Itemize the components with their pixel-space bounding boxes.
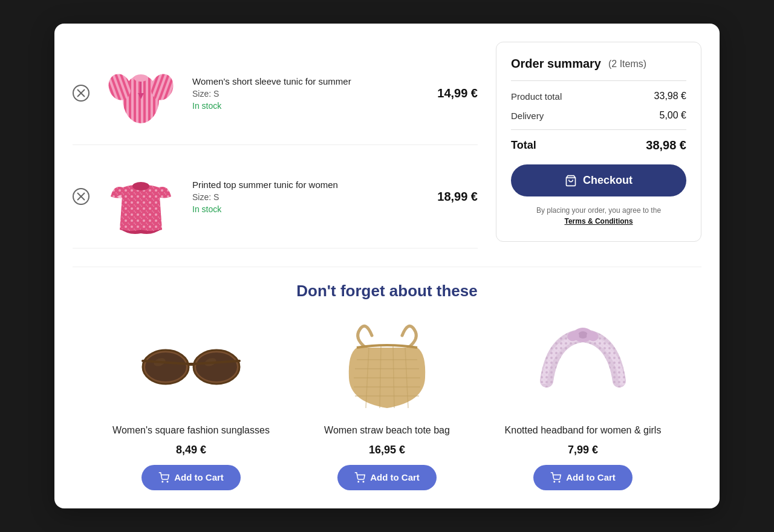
headband-image (528, 317, 637, 414)
delivery-label: Delivery (511, 111, 544, 121)
svg-point-40 (363, 481, 364, 482)
svg-point-49 (554, 481, 555, 482)
rec-headband-price: 7,99 € (568, 444, 598, 456)
product-total-row: Product total 33,98 € (511, 91, 686, 102)
remove-item-1-button[interactable] (73, 85, 89, 102)
item-2-size: Size: S (192, 192, 425, 202)
remove-item-2-button[interactable] (73, 188, 89, 205)
item-2-price: 18,99 € (437, 190, 478, 204)
checkout-label: Checkout (583, 174, 633, 187)
delivery-value: 5,00 € (660, 110, 686, 121)
cart-item-1: Women's short sleeve tunic for summer Si… (73, 42, 478, 145)
total-value: 38,98 € (646, 138, 686, 152)
total-row: Total 38,98 € (511, 138, 686, 152)
recommendations-section: Don't forget about these (73, 267, 701, 490)
item-2-name: Printed top summer tunic for women (192, 180, 425, 190)
summary-divider (511, 129, 686, 130)
total-label: Total (511, 139, 536, 152)
item-1-name: Women's short sleeve tunic for summer (192, 76, 425, 86)
item-2-image (102, 154, 180, 239)
items-count: (2 Items) (608, 59, 646, 70)
item-1-size: Size: S (192, 89, 425, 99)
item-1-price: 14,99 € (437, 86, 478, 100)
add-to-cart-bag-label: Add to Cart (370, 472, 420, 482)
product-total-value: 33,98 € (654, 91, 686, 102)
add-to-cart-sunglasses-button[interactable]: Add to Cart (141, 465, 241, 490)
rec-headband-name: Knotted headband for women & girls (505, 424, 662, 437)
sunglasses-image (137, 317, 246, 414)
order-summary-title: Order summary (511, 57, 601, 71)
rec-card-bag: Women straw beach tote bag 16,95 € Add t… (296, 317, 478, 490)
terms-text: By placing your order, you agree to the … (511, 205, 686, 227)
add-to-cart-headband-label: Add to Cart (566, 472, 616, 482)
rec-sunglasses-name: Women's square fashion sunglasses (112, 424, 270, 437)
item-1-image (102, 51, 180, 135)
checkout-button[interactable]: Checkout (511, 164, 686, 196)
rec-bag-name: Women straw beach tote bag (324, 424, 450, 437)
rec-card-sunglasses: Women's square fashion sunglasses 8,49 €… (100, 317, 282, 490)
item-2-details: Printed top summer tunic for women Size:… (192, 180, 425, 214)
item-1-stock: In stock (192, 101, 425, 111)
main-container: Women's short sleeve tunic for summer Si… (54, 24, 720, 508)
bag-image (333, 317, 441, 414)
delivery-row: Delivery 5,00 € (511, 110, 686, 121)
item-1-details: Women's short sleeve tunic for summer Si… (192, 76, 425, 111)
add-to-cart-headband-button[interactable]: Add to Cart (533, 465, 633, 490)
svg-point-46 (578, 331, 588, 339)
svg-point-7 (134, 74, 148, 82)
svg-point-16 (132, 182, 149, 190)
rec-sunglasses-price: 8,49 € (176, 444, 206, 456)
recommendations-grid: Women's square fashion sunglasses 8,49 €… (73, 317, 701, 490)
cart-section: Women's short sleeve tunic for summer Si… (73, 42, 701, 248)
rec-card-headband: Knotted headband for women & girls 7,99 … (492, 317, 674, 490)
terms-conditions-link[interactable]: Terms & Conditions (564, 217, 633, 225)
recommendations-title: Don't forget about these (73, 282, 701, 300)
cart-item-2: Printed top summer tunic for women Size:… (73, 145, 478, 248)
cart-items: Women's short sleeve tunic for summer Si… (73, 42, 478, 248)
svg-point-39 (358, 481, 359, 482)
add-to-cart-sunglasses-label: Add to Cart (174, 472, 224, 482)
add-to-cart-bag-button[interactable]: Add to Cart (337, 465, 437, 490)
svg-point-29 (167, 481, 168, 482)
svg-point-28 (162, 481, 163, 482)
order-summary: Order summary (2 Items) Product total 33… (496, 42, 701, 242)
product-total-label: Product total (511, 91, 562, 102)
svg-point-50 (559, 481, 560, 482)
rec-bag-price: 16,95 € (369, 444, 405, 456)
item-2-stock: In stock (192, 204, 425, 214)
svg-point-22 (145, 352, 186, 381)
order-summary-header: Order summary (2 Items) (511, 57, 686, 81)
svg-point-23 (196, 352, 237, 381)
